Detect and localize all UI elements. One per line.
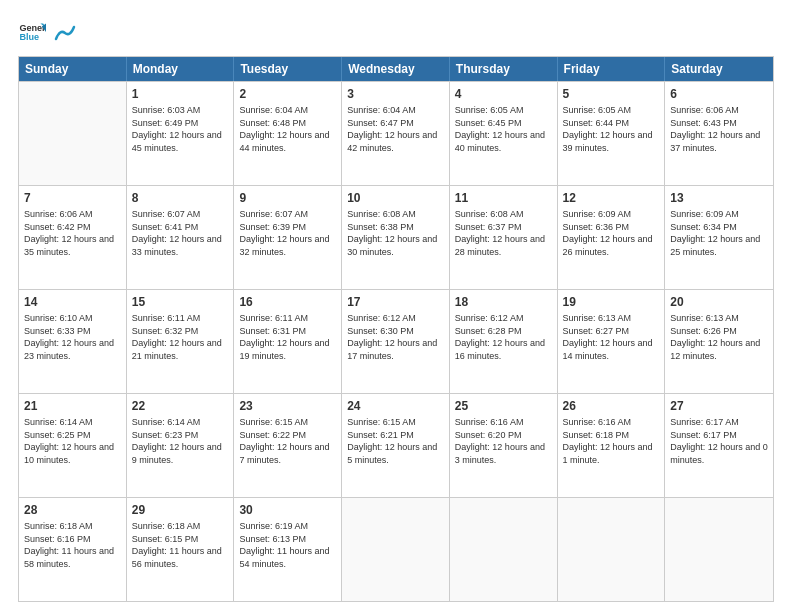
calendar-header-row: SundayMondayTuesdayWednesdayThursdayFrid… bbox=[19, 57, 773, 81]
day-number: 16 bbox=[239, 294, 336, 310]
day-info: Sunrise: 6:15 AMSunset: 6:21 PMDaylight:… bbox=[347, 416, 444, 466]
calendar-cell: 26Sunrise: 6:16 AMSunset: 6:18 PMDayligh… bbox=[558, 394, 666, 497]
logo-icon: General Blue bbox=[18, 18, 46, 46]
day-info: Sunrise: 6:07 AMSunset: 6:39 PMDaylight:… bbox=[239, 208, 336, 258]
day-number: 19 bbox=[563, 294, 660, 310]
day-info: Sunrise: 6:11 AMSunset: 6:31 PMDaylight:… bbox=[239, 312, 336, 362]
calendar-header-cell: Tuesday bbox=[234, 57, 342, 81]
day-number: 4 bbox=[455, 86, 552, 102]
day-number: 21 bbox=[24, 398, 121, 414]
day-info: Sunrise: 6:06 AMSunset: 6:43 PMDaylight:… bbox=[670, 104, 768, 154]
calendar-cell: 24Sunrise: 6:15 AMSunset: 6:21 PMDayligh… bbox=[342, 394, 450, 497]
day-info: Sunrise: 6:07 AMSunset: 6:41 PMDaylight:… bbox=[132, 208, 229, 258]
day-info: Sunrise: 6:08 AMSunset: 6:38 PMDaylight:… bbox=[347, 208, 444, 258]
day-info: Sunrise: 6:15 AMSunset: 6:22 PMDaylight:… bbox=[239, 416, 336, 466]
day-info: Sunrise: 6:11 AMSunset: 6:32 PMDaylight:… bbox=[132, 312, 229, 362]
calendar-cell: 4Sunrise: 6:05 AMSunset: 6:45 PMDaylight… bbox=[450, 82, 558, 185]
svg-text:Blue: Blue bbox=[19, 32, 39, 42]
calendar-cell: 13Sunrise: 6:09 AMSunset: 6:34 PMDayligh… bbox=[665, 186, 773, 289]
day-info: Sunrise: 6:08 AMSunset: 6:37 PMDaylight:… bbox=[455, 208, 552, 258]
calendar-cell: 9Sunrise: 6:07 AMSunset: 6:39 PMDaylight… bbox=[234, 186, 342, 289]
calendar-week: 1Sunrise: 6:03 AMSunset: 6:49 PMDaylight… bbox=[19, 81, 773, 185]
day-number: 17 bbox=[347, 294, 444, 310]
calendar-cell: 19Sunrise: 6:13 AMSunset: 6:27 PMDayligh… bbox=[558, 290, 666, 393]
calendar-cell: 6Sunrise: 6:06 AMSunset: 6:43 PMDaylight… bbox=[665, 82, 773, 185]
day-number: 24 bbox=[347, 398, 444, 414]
calendar-cell: 11Sunrise: 6:08 AMSunset: 6:37 PMDayligh… bbox=[450, 186, 558, 289]
day-info: Sunrise: 6:12 AMSunset: 6:30 PMDaylight:… bbox=[347, 312, 444, 362]
day-number: 27 bbox=[670, 398, 768, 414]
calendar-cell: 30Sunrise: 6:19 AMSunset: 6:13 PMDayligh… bbox=[234, 498, 342, 601]
calendar-cell: 16Sunrise: 6:11 AMSunset: 6:31 PMDayligh… bbox=[234, 290, 342, 393]
calendar-cell: 1Sunrise: 6:03 AMSunset: 6:49 PMDaylight… bbox=[127, 82, 235, 185]
calendar-header-cell: Sunday bbox=[19, 57, 127, 81]
day-number: 26 bbox=[563, 398, 660, 414]
day-number: 8 bbox=[132, 190, 229, 206]
day-number: 2 bbox=[239, 86, 336, 102]
day-info: Sunrise: 6:09 AMSunset: 6:34 PMDaylight:… bbox=[670, 208, 768, 258]
day-info: Sunrise: 6:05 AMSunset: 6:45 PMDaylight:… bbox=[455, 104, 552, 154]
day-info: Sunrise: 6:04 AMSunset: 6:48 PMDaylight:… bbox=[239, 104, 336, 154]
day-info: Sunrise: 6:16 AMSunset: 6:18 PMDaylight:… bbox=[563, 416, 660, 466]
calendar-cell: 17Sunrise: 6:12 AMSunset: 6:30 PMDayligh… bbox=[342, 290, 450, 393]
day-info: Sunrise: 6:18 AMSunset: 6:16 PMDaylight:… bbox=[24, 520, 121, 570]
day-number: 29 bbox=[132, 502, 229, 518]
header: General Blue bbox=[18, 18, 774, 46]
day-number: 1 bbox=[132, 86, 229, 102]
calendar-cell bbox=[450, 498, 558, 601]
calendar-header-cell: Friday bbox=[558, 57, 666, 81]
day-info: Sunrise: 6:19 AMSunset: 6:13 PMDaylight:… bbox=[239, 520, 336, 570]
day-number: 25 bbox=[455, 398, 552, 414]
calendar-cell: 27Sunrise: 6:17 AMSunset: 6:17 PMDayligh… bbox=[665, 394, 773, 497]
calendar-cell: 20Sunrise: 6:13 AMSunset: 6:26 PMDayligh… bbox=[665, 290, 773, 393]
day-info: Sunrise: 6:16 AMSunset: 6:20 PMDaylight:… bbox=[455, 416, 552, 466]
day-info: Sunrise: 6:03 AMSunset: 6:49 PMDaylight:… bbox=[132, 104, 229, 154]
day-number: 15 bbox=[132, 294, 229, 310]
calendar-cell: 21Sunrise: 6:14 AMSunset: 6:25 PMDayligh… bbox=[19, 394, 127, 497]
calendar-cell: 22Sunrise: 6:14 AMSunset: 6:23 PMDayligh… bbox=[127, 394, 235, 497]
calendar-cell: 25Sunrise: 6:16 AMSunset: 6:20 PMDayligh… bbox=[450, 394, 558, 497]
day-number: 9 bbox=[239, 190, 336, 206]
day-number: 30 bbox=[239, 502, 336, 518]
calendar-cell: 12Sunrise: 6:09 AMSunset: 6:36 PMDayligh… bbox=[558, 186, 666, 289]
calendar-cell: 8Sunrise: 6:07 AMSunset: 6:41 PMDaylight… bbox=[127, 186, 235, 289]
day-number: 23 bbox=[239, 398, 336, 414]
day-number: 14 bbox=[24, 294, 121, 310]
calendar-header-cell: Wednesday bbox=[342, 57, 450, 81]
calendar-body: 1Sunrise: 6:03 AMSunset: 6:49 PMDaylight… bbox=[19, 81, 773, 601]
calendar-cell: 2Sunrise: 6:04 AMSunset: 6:48 PMDaylight… bbox=[234, 82, 342, 185]
calendar-cell: 5Sunrise: 6:05 AMSunset: 6:44 PMDaylight… bbox=[558, 82, 666, 185]
day-info: Sunrise: 6:05 AMSunset: 6:44 PMDaylight:… bbox=[563, 104, 660, 154]
day-number: 7 bbox=[24, 190, 121, 206]
calendar-cell: 28Sunrise: 6:18 AMSunset: 6:16 PMDayligh… bbox=[19, 498, 127, 601]
day-info: Sunrise: 6:18 AMSunset: 6:15 PMDaylight:… bbox=[132, 520, 229, 570]
calendar-cell: 14Sunrise: 6:10 AMSunset: 6:33 PMDayligh… bbox=[19, 290, 127, 393]
calendar-cell bbox=[665, 498, 773, 601]
calendar-week: 21Sunrise: 6:14 AMSunset: 6:25 PMDayligh… bbox=[19, 393, 773, 497]
day-info: Sunrise: 6:12 AMSunset: 6:28 PMDaylight:… bbox=[455, 312, 552, 362]
calendar-cell: 18Sunrise: 6:12 AMSunset: 6:28 PMDayligh… bbox=[450, 290, 558, 393]
calendar-week: 28Sunrise: 6:18 AMSunset: 6:16 PMDayligh… bbox=[19, 497, 773, 601]
calendar-header-cell: Saturday bbox=[665, 57, 773, 81]
calendar-week: 7Sunrise: 6:06 AMSunset: 6:42 PMDaylight… bbox=[19, 185, 773, 289]
day-info: Sunrise: 6:10 AMSunset: 6:33 PMDaylight:… bbox=[24, 312, 121, 362]
calendar-cell: 10Sunrise: 6:08 AMSunset: 6:38 PMDayligh… bbox=[342, 186, 450, 289]
calendar-cell: 3Sunrise: 6:04 AMSunset: 6:47 PMDaylight… bbox=[342, 82, 450, 185]
day-number: 28 bbox=[24, 502, 121, 518]
day-number: 10 bbox=[347, 190, 444, 206]
day-number: 6 bbox=[670, 86, 768, 102]
day-number: 13 bbox=[670, 190, 768, 206]
calendar-cell: 15Sunrise: 6:11 AMSunset: 6:32 PMDayligh… bbox=[127, 290, 235, 393]
day-info: Sunrise: 6:09 AMSunset: 6:36 PMDaylight:… bbox=[563, 208, 660, 258]
day-number: 12 bbox=[563, 190, 660, 206]
calendar: SundayMondayTuesdayWednesdayThursdayFrid… bbox=[18, 56, 774, 602]
day-info: Sunrise: 6:04 AMSunset: 6:47 PMDaylight:… bbox=[347, 104, 444, 154]
day-number: 3 bbox=[347, 86, 444, 102]
day-info: Sunrise: 6:06 AMSunset: 6:42 PMDaylight:… bbox=[24, 208, 121, 258]
calendar-cell bbox=[558, 498, 666, 601]
day-info: Sunrise: 6:17 AMSunset: 6:17 PMDaylight:… bbox=[670, 416, 768, 466]
calendar-cell: 29Sunrise: 6:18 AMSunset: 6:15 PMDayligh… bbox=[127, 498, 235, 601]
calendar-cell: 7Sunrise: 6:06 AMSunset: 6:42 PMDaylight… bbox=[19, 186, 127, 289]
day-info: Sunrise: 6:13 AMSunset: 6:27 PMDaylight:… bbox=[563, 312, 660, 362]
day-number: 18 bbox=[455, 294, 552, 310]
